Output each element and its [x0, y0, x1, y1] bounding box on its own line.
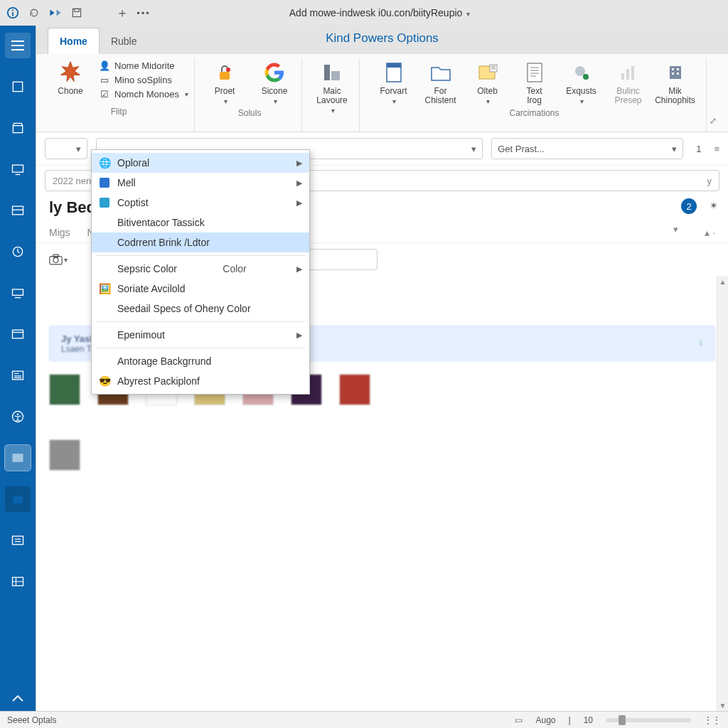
ctx-codrrent-brink[interactable]: Codrrent Brink /Ldtor [92, 232, 309, 252]
burst-icon [58, 60, 83, 85]
play-icon[interactable] [48, 6, 63, 20]
status-left[interactable]: Seeet Optals [7, 715, 56, 725]
exqusts-button[interactable]: Exqusts▾ [560, 58, 603, 105]
settings-icon[interactable]: ✶ [710, 200, 718, 211]
mail-icon [97, 176, 112, 190]
nomch-monoes-row[interactable]: ☑Nomch Monoes▾ [99, 88, 188, 100]
rail-accessibility-icon[interactable] [5, 404, 31, 429]
rail-list-icon[interactable] [5, 528, 31, 553]
rail-table-icon[interactable] [5, 569, 31, 594]
subnav-item[interactable]: Migs [49, 227, 70, 238]
address-bar[interactable]: Add mowe-indwesk i0u.con/biityReupio ▾ [158, 7, 601, 18]
svg-rect-3 [73, 9, 80, 16]
ctx-sepsric-color[interactable]: Sepsric ColorColor▶ [92, 259, 309, 279]
chevron-right-icon: ▶ [296, 264, 302, 274]
mik-chinophits-button[interactable]: Mik Chinophits [654, 58, 697, 105]
calendar-icon: ▭ [99, 74, 110, 85]
rail-home-icon[interactable] [5, 74, 31, 100]
ctx-coptist[interactable]: Coptist▶ [92, 193, 309, 213]
filter-small[interactable]: ▾ [45, 138, 87, 159]
chevron-down-icon[interactable]: ▾ [466, 10, 470, 18]
mino-splins-row[interactable]: ▭Mino soSplins [99, 74, 188, 85]
bulinc-presep-button[interactable]: Bulinc Presep [607, 58, 650, 105]
ctx-seedail[interactable]: Seedail Specs of Oheny Color [92, 299, 309, 318]
svg-rect-32 [626, 69, 629, 80]
ctx-abyrest[interactable]: 😎Abyrest Packiplonf [92, 371, 309, 391]
svg-rect-6 [13, 126, 22, 133]
tabstrip: Home Ruble Kind Powers Options [36, 26, 728, 54]
sicone-button[interactable]: Sicone▾ [253, 58, 296, 105]
svg-rect-15 [13, 454, 23, 462]
rail-card-icon[interactable] [5, 198, 31, 223]
ctx-soriate[interactable]: 🖼️Soriate Avcilold [92, 279, 309, 299]
for-chistent-button[interactable]: For Chistent [419, 58, 462, 105]
rail-folder-icon[interactable] [5, 486, 31, 512]
filter-prast[interactable]: Get Prast...▾ [491, 138, 683, 159]
forvart-button[interactable]: Forvart▾ [373, 58, 415, 105]
rail-collapse-icon[interactable] [5, 685, 31, 711]
svg-rect-11 [13, 330, 23, 338]
olteb-button[interactable]: Olteb▾ [466, 58, 509, 105]
add-tab-icon[interactable]: ＋ [115, 6, 129, 20]
ctx-epenimout[interactable]: Epenimout▶ [92, 325, 309, 345]
status-corner-icon[interactable]: ⋮⋮ [704, 715, 721, 725]
svg-rect-16 [13, 496, 22, 503]
ctx-mell[interactable]: Mell▶ [92, 173, 309, 193]
rail-window-icon[interactable] [5, 321, 31, 347]
rail-display-icon[interactable] [5, 156, 31, 182]
status-view-icon[interactable]: ▭ [515, 715, 523, 725]
camera-icon[interactable]: ▾ [49, 250, 68, 269]
rail-monitor-icon[interactable] [5, 280, 31, 306]
text-irog-button[interactable]: Text Irog [513, 58, 556, 105]
swatch[interactable] [49, 374, 80, 405]
svg-point-40 [53, 258, 58, 263]
overflow-icon[interactable]: ••• [136, 6, 151, 20]
svg-rect-37 [672, 73, 674, 75]
chevron-right-icon: ▶ [296, 178, 302, 188]
rail-clock-icon[interactable] [5, 239, 31, 264]
maic-lavoure-button[interactable]: Maic Lavoure▾ [311, 58, 353, 114]
chevron-right-icon: ▶ [296, 159, 302, 168]
nome-midorite-row[interactable]: 👤Nome Midorite [99, 60, 188, 71]
zoom-slider[interactable] [606, 718, 691, 722]
swatch[interactable] [339, 374, 370, 405]
filter-tail-icon[interactable]: ≡ [714, 144, 719, 154]
ctx-oploral[interactable]: 🌐Oploral▶ [92, 153, 309, 173]
ribbon-group-1: Chone 👤Nome Midorite ▭Mino soSplins ☑Nom… [43, 58, 195, 132]
swatch[interactable] [49, 439, 80, 471]
subnav-expand-icon[interactable]: ▴ · [705, 227, 715, 238]
separator [96, 321, 305, 322]
svg-rect-2 [12, 12, 14, 16]
svg-rect-36 [677, 68, 679, 70]
scrollbar[interactable]: ▲ ▼ [717, 276, 728, 711]
svg-rect-4 [75, 9, 79, 11]
proet-button[interactable]: Proet▾ [203, 58, 246, 105]
svg-rect-31 [621, 73, 624, 80]
tab-home[interactable]: Home [48, 28, 100, 54]
download-icon[interactable]: ↓ [699, 336, 704, 347]
ribbon-collapse-icon[interactable]: ⤢ [710, 116, 721, 132]
status-divider: | [569, 715, 571, 725]
folder-icon [428, 60, 454, 85]
svg-rect-28 [528, 63, 542, 82]
ctx-bitiventacor[interactable]: Bitiventacor Tassick [92, 213, 309, 232]
rail-selected-icon[interactable] [5, 445, 31, 471]
chevron-down-icon: ▾ [471, 144, 476, 154]
scroll-down-icon[interactable]: ▼ [717, 700, 728, 711]
refresh-icon[interactable] [27, 6, 41, 20]
ribbon-group-2: Proet▾ Sicone▾ Soluls [198, 58, 302, 132]
chone-button[interactable]: Chone [49, 58, 92, 96]
hamburger-button[interactable] [5, 33, 31, 58]
svg-rect-23 [331, 71, 340, 80]
ctx-antorage[interactable]: Antorage Backgrrund [92, 351, 309, 371]
scroll-up-icon[interactable]: ▲ [717, 276, 728, 287]
status-mid: Augo [535, 715, 555, 725]
group-label: Soluls [203, 105, 296, 122]
notification-badge[interactable]: 2 [681, 198, 697, 214]
rail-news-icon[interactable] [5, 363, 31, 388]
save-icon[interactable] [70, 6, 84, 20]
copy-icon [97, 196, 112, 210]
rail-archive-icon[interactable] [5, 115, 31, 141]
chevron-down-icon: ▾ [76, 144, 81, 154]
tab-ruble[interactable]: Ruble [100, 28, 149, 54]
